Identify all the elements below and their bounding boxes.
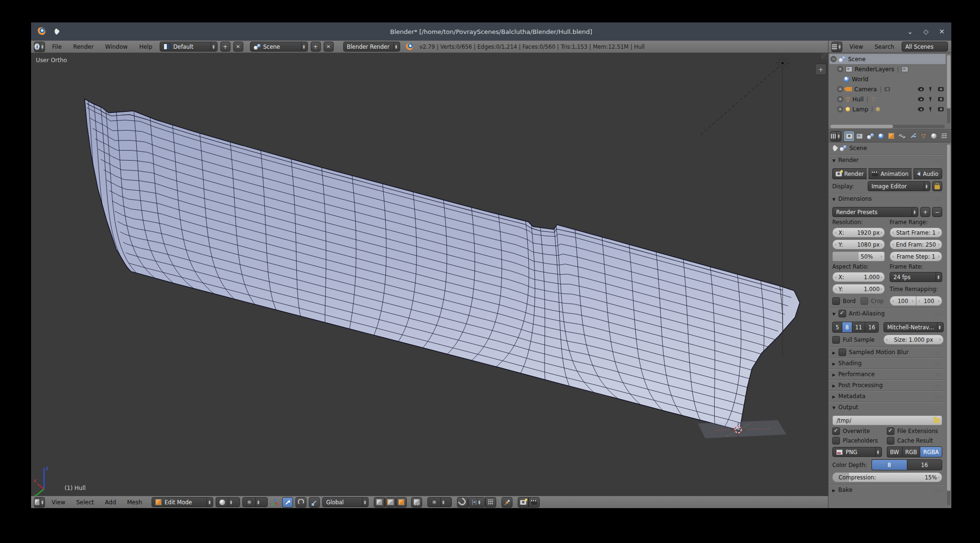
tab-render-layers[interactable]: [855, 131, 864, 141]
tab-object[interactable]: [887, 131, 896, 141]
panel-header-anti-aliasing[interactable]: Anti-Aliasing::::: [828, 308, 946, 319]
aa-samples-5-button[interactable]: 5: [832, 322, 842, 333]
render-presets-dropdown[interactable]: Render Presets: [832, 207, 918, 217]
channels-bw-button[interactable]: BW: [887, 446, 902, 457]
lamp-data-icon[interactable]: [876, 107, 880, 111]
aa-samples-11-button[interactable]: 11: [852, 322, 865, 333]
renderlayer-data-icon[interactable]: [902, 66, 908, 72]
manipulator-axes-icon[interactable]: [270, 498, 280, 507]
renderability-camera-icon[interactable]: [938, 87, 944, 91]
viewport-3d[interactable]: zx User Ortho (1) Hull: [31, 53, 828, 496]
expand-icon[interactable]: [837, 96, 843, 102]
menu-view[interactable]: View: [47, 499, 69, 506]
snap-toggle-button[interactable]: [457, 497, 468, 508]
remap-new-field[interactable]: 100: [916, 296, 943, 306]
render-engine-dropdown[interactable]: Blender Render: [343, 42, 400, 52]
proportional-edit-dropdown[interactable]: [427, 497, 452, 507]
expand-icon[interactable]: [837, 86, 843, 92]
resolution-x-field[interactable]: X:1920 px: [832, 228, 885, 238]
menu-select[interactable]: Select: [72, 499, 98, 506]
minimize-button[interactable]: ⌄: [907, 28, 913, 35]
tab-material[interactable]: [929, 131, 939, 141]
menu-help[interactable]: Help: [135, 43, 156, 50]
panel-header-metadata[interactable]: Metadata::::: [828, 391, 946, 402]
panel-header-bake[interactable]: Bake::::: [828, 484, 946, 495]
expand-icon[interactable]: [837, 106, 843, 112]
outliner-row-camera[interactable]: Camera |: [829, 84, 946, 94]
audio-button[interactable]: Audio: [914, 168, 942, 179]
outliner-row-renderlayers[interactable]: RenderLayers |: [829, 64, 946, 74]
crop-checkbox[interactable]: Crop: [860, 297, 884, 305]
panel-header-sampled-motion-blur[interactable]: Sampled Motion Blur::::: [828, 347, 946, 358]
panel-header-post-processing[interactable]: Post Processing::::: [828, 380, 946, 391]
scene-dropdown[interactable]: Scene: [250, 42, 308, 52]
color-depth-8-button[interactable]: 8: [871, 459, 907, 470]
tab-world[interactable]: [876, 131, 886, 141]
delete-scene-button[interactable]: [324, 42, 334, 52]
editor-type-properties[interactable]: [830, 131, 841, 141]
transform-orientation-dropdown[interactable]: Global: [322, 497, 369, 507]
full-sample-checkbox[interactable]: Full Sample: [832, 336, 879, 344]
n-panel-expand-tab[interactable]: [815, 64, 827, 75]
tab-render[interactable]: [844, 131, 854, 141]
file-extensions-checkbox[interactable]: File Extensions: [887, 427, 942, 435]
collapse-icon[interactable]: [830, 56, 837, 62]
aspect-x-field[interactable]: X:1.000: [832, 272, 885, 282]
file-browse-icon[interactable]: [934, 418, 940, 423]
panel-header-shading[interactable]: Shading::::: [828, 358, 946, 369]
output-path-field[interactable]: /tmp/: [832, 415, 942, 425]
maximize-button[interactable]: ◇: [923, 28, 928, 35]
tab-scene[interactable]: [865, 131, 875, 141]
pin-icon[interactable]: [831, 145, 838, 152]
panel-header-dimensions[interactable]: Dimensions::::: [828, 193, 946, 204]
opengl-render-image-button[interactable]: [518, 497, 529, 508]
add-layout-button[interactable]: [220, 42, 230, 52]
pivot-dropdown[interactable]: [242, 497, 268, 507]
vertex-select-button[interactable]: [374, 497, 385, 508]
render-button[interactable]: Render: [832, 168, 867, 179]
menu-add[interactable]: Add: [101, 499, 120, 506]
menu-render[interactable]: Render: [69, 43, 98, 50]
end-frame-field[interactable]: End Fram: 250: [890, 239, 942, 250]
visibility-eye-icon[interactable]: [918, 97, 924, 101]
display-dropdown[interactable]: Image Editor: [868, 181, 930, 191]
outliner-row-lamp[interactable]: Lamp |: [829, 104, 946, 114]
outliner-row-world[interactable]: World: [829, 74, 946, 84]
border-checkbox[interactable]: Bord: [832, 297, 856, 305]
frame-step-field[interactable]: Frame Step: 1: [890, 251, 942, 261]
aa-size-field[interactable]: Size: 1.000 px: [883, 335, 944, 345]
outliner-row-scene[interactable]: Scene: [829, 54, 946, 64]
selectability-cursor-icon[interactable]: [929, 107, 933, 112]
viewport-canvas[interactable]: zx: [31, 53, 828, 496]
file-format-dropdown[interactable]: PNG: [832, 447, 882, 457]
motion-blur-checkbox[interactable]: [838, 348, 846, 356]
remove-preset-button[interactable]: [932, 207, 942, 217]
add-preset-button[interactable]: [920, 207, 930, 217]
editor-type-outliner[interactable]: [831, 42, 842, 52]
remap-old-field[interactable]: 100: [890, 296, 916, 306]
selectability-cursor-icon[interactable]: [929, 87, 933, 92]
menu-mesh[interactable]: Mesh: [123, 499, 147, 506]
opengl-render-anim-button[interactable]: [529, 497, 540, 508]
screen-layout-dropdown[interactable]: Default: [160, 42, 218, 52]
tab-texture[interactable]: [940, 131, 949, 141]
compression-slider[interactable]: Compression: 15%: [832, 472, 942, 482]
cache-result-checkbox[interactable]: Cache Result: [887, 437, 942, 445]
outliner-filter-dropdown[interactable]: All Scenes: [902, 42, 948, 52]
close-button[interactable]: ✕: [939, 28, 945, 35]
resolution-y-field[interactable]: Y:1080 px: [832, 239, 885, 250]
visibility-eye-icon[interactable]: [918, 107, 924, 111]
frame-rate-dropdown[interactable]: 24 fps: [890, 272, 942, 282]
editor-type-3dview[interactable]: [34, 497, 45, 508]
tab-modifiers[interactable]: [908, 131, 917, 141]
renderability-camera-icon[interactable]: [938, 107, 944, 111]
rotate-manipulator-button[interactable]: [295, 497, 306, 508]
panel-header-render[interactable]: Render::::: [828, 154, 946, 165]
expand-icon[interactable]: [837, 66, 843, 72]
aa-samples-16-button[interactable]: 16: [865, 322, 879, 333]
aa-filter-dropdown[interactable]: Mitchell-Netrav...: [883, 322, 944, 332]
editor-type-info[interactable]: [34, 42, 45, 52]
overwrite-checkbox[interactable]: Overwrite: [832, 427, 882, 435]
color-depth-16-button[interactable]: 16: [907, 459, 943, 470]
channels-rgb-button[interactable]: RGB: [902, 446, 920, 457]
